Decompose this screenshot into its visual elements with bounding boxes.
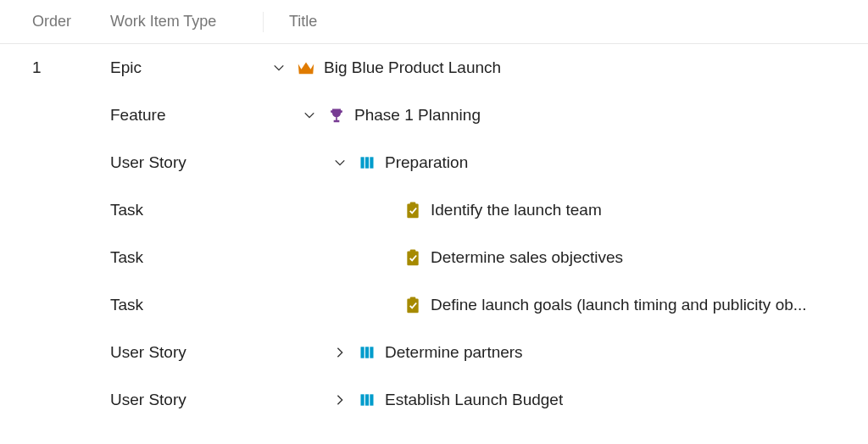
type-cell: Task (93, 248, 263, 267)
type-cell: Task (93, 201, 263, 219)
title-cell: Identify the launch team (263, 199, 868, 221)
table-row[interactable]: TaskDetermine sales objectives (0, 234, 868, 281)
svg-rect-2 (370, 157, 373, 168)
column-header-type[interactable]: Work Item Type (93, 13, 263, 31)
svg-rect-9 (361, 347, 364, 358)
clipboard-icon (403, 296, 422, 314)
svg-rect-10 (365, 347, 369, 358)
work-item-title[interactable]: Phase 1 Planning (354, 106, 481, 125)
grid-body: 1EpicBig Blue Product LaunchFeaturePhase… (0, 44, 868, 424)
clipboard-icon (403, 201, 422, 219)
book-icon (358, 391, 376, 409)
title-cell: Define launch goals (launch timing and p… (263, 294, 868, 316)
table-row[interactable]: 1EpicBig Blue Product Launch (0, 44, 868, 92)
chevron-down-icon[interactable] (298, 104, 320, 126)
book-icon (358, 343, 376, 362)
type-cell: User Story (93, 391, 263, 409)
title-cell: Preparation (263, 152, 868, 174)
grid-header: Order Work Item Type Title (0, 0, 868, 44)
type-cell: User Story (93, 153, 263, 172)
table-row[interactable]: User StoryEstablish Launch Budget (0, 376, 868, 424)
svg-rect-13 (365, 394, 369, 405)
trophy-icon (327, 106, 346, 125)
clipboard-icon (403, 248, 422, 267)
chevron-right-icon[interactable] (329, 389, 351, 411)
title-cell: Establish Launch Budget (263, 389, 868, 411)
table-row[interactable]: FeaturePhase 1 Planning (0, 92, 868, 139)
column-header-order[interactable]: Order (0, 13, 93, 31)
work-item-title[interactable]: Establish Launch Budget (385, 391, 563, 409)
chevron-down-icon[interactable] (268, 57, 290, 79)
column-header-title[interactable]: Title (263, 12, 868, 32)
table-row[interactable]: TaskIdentify the launch team (0, 186, 868, 234)
work-item-title[interactable]: Determine partners (385, 343, 523, 362)
svg-rect-0 (361, 157, 364, 168)
title-cell: Big Blue Product Launch (263, 57, 868, 79)
title-cell: Determine sales objectives (263, 247, 868, 269)
work-item-title[interactable]: Determine sales objectives (431, 248, 623, 267)
work-item-title[interactable]: Preparation (385, 153, 468, 172)
table-row[interactable]: User StoryDetermine partners (0, 329, 868, 376)
svg-rect-12 (361, 394, 364, 405)
svg-rect-8 (410, 297, 416, 300)
svg-rect-4 (410, 202, 416, 205)
table-row[interactable]: User StoryPreparation (0, 139, 868, 186)
work-item-title[interactable]: Big Blue Product Launch (324, 58, 501, 77)
type-cell: User Story (93, 343, 263, 362)
order-cell: 1 (0, 58, 93, 77)
table-row[interactable]: TaskDefine launch goals (launch timing a… (0, 281, 868, 329)
title-cell: Determine partners (263, 341, 868, 364)
type-cell: Task (93, 296, 263, 314)
svg-rect-14 (370, 394, 373, 405)
svg-rect-5 (407, 252, 418, 266)
svg-rect-1 (365, 157, 369, 168)
type-cell: Feature (93, 106, 263, 125)
type-cell: Epic (93, 58, 263, 77)
svg-rect-3 (407, 204, 418, 219)
svg-rect-7 (407, 299, 418, 314)
crown-icon (297, 58, 315, 77)
svg-rect-11 (370, 347, 373, 358)
title-cell: Phase 1 Planning (263, 104, 868, 126)
work-item-title[interactable]: Define launch goals (launch timing and p… (431, 296, 807, 314)
work-item-title[interactable]: Identify the launch team (431, 201, 602, 219)
svg-rect-6 (410, 249, 416, 253)
backlog-grid: Order Work Item Type Title 1EpicBig Blue… (0, 0, 868, 444)
chevron-down-icon[interactable] (329, 152, 351, 174)
book-icon (358, 153, 376, 172)
chevron-right-icon[interactable] (329, 341, 351, 364)
